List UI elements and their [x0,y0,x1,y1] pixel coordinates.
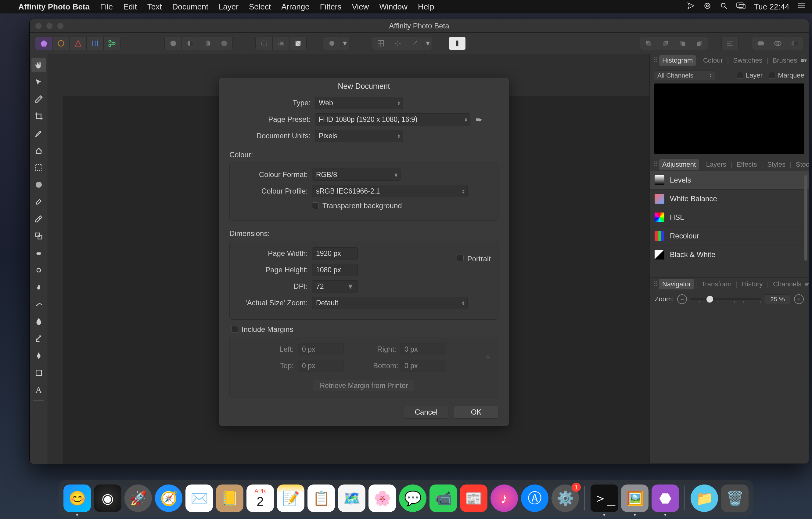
dock-trash[interactable]: 🗑️ [721,485,749,512]
portrait-checkbox[interactable] [457,255,464,261]
dock-contacts[interactable]: 📒 [216,485,243,512]
tab-history[interactable]: History [739,279,766,290]
page-width-input[interactable]: 1920 px [312,247,358,260]
persona-export-icon[interactable] [104,37,120,50]
dock-downloads[interactable]: 📁 [691,485,718,512]
tab-histogram[interactable]: Histogram [659,55,696,66]
dpi-select[interactable]: 72▼ [312,280,358,293]
dock-terminal[interactable]: ＞_ [590,485,618,512]
tab-colour[interactable]: Colour [700,55,726,66]
persona-tone-icon[interactable] [86,37,104,50]
adjustment-white-balance[interactable]: White Balance [650,190,809,208]
dock-launchpad[interactable]: 🚀 [124,485,152,512]
toolbar-contrast-icon[interactable] [181,37,199,50]
menu-window[interactable]: Window [379,2,407,11]
move-tool[interactable] [31,75,46,89]
dock-preview[interactable]: 🖼️ [621,485,648,512]
burn-tool[interactable] [31,280,46,295]
menu-filters[interactable]: Filters [320,2,342,11]
panel-grip-icon[interactable]: ⠿ [653,280,657,288]
menubar-clock[interactable]: Tue 22:44 [754,2,789,11]
close-window-button[interactable] [35,23,42,29]
panel-menu-icon[interactable]: ≡▾ [801,57,807,64]
margin-right-input[interactable]: 0 px [401,343,446,355]
inpainting-tool[interactable] [31,246,46,261]
dock-messages[interactable]: 💬 [399,485,427,512]
persona-liquify-icon[interactable] [52,37,69,50]
toolbar-bool1-icon[interactable] [752,37,769,50]
menu-file[interactable]: File [100,2,113,11]
menu-text[interactable]: Text [147,2,162,11]
toolbar-align-icon[interactable] [721,37,738,50]
menu-document[interactable]: Document [172,2,208,11]
tab-effects[interactable]: Effects [734,159,760,170]
dodge-tool[interactable] [31,263,46,277]
text-tool[interactable]: A [31,383,46,397]
dock-syspref[interactable]: ⚙️1 [551,485,579,512]
spotlight-icon[interactable] [720,2,728,11]
toolbar-arrange2-icon[interactable] [657,37,674,50]
toolbar-snap3-icon[interactable] [406,37,423,50]
cancel-button[interactable]: Cancel [404,406,448,418]
toolbar-quickmask-menu[interactable]: ▾ [340,37,349,50]
paint-brush-tool[interactable] [31,194,46,209]
pen-tool[interactable] [31,348,46,363]
dock-notes[interactable]: 📝 [277,485,304,512]
doc-units-select[interactable]: Pixels▴▾ [315,130,403,142]
toolbar-select1-icon[interactable] [255,37,272,50]
app-menu[interactable]: Affinity Photo Beta [18,2,90,11]
toolbar-bool3-icon[interactable] [786,37,803,50]
colour-format-select[interactable]: RGB/8▴▾ [312,168,401,181]
menu-select[interactable]: Select [249,2,271,11]
hand-tool[interactable] [31,58,46,72]
dock-maps[interactable]: 🗺️ [338,485,366,512]
dock-safari[interactable]: 🧭 [155,485,182,512]
margin-top-input[interactable]: 0 px [298,360,344,372]
layer-checkbox[interactable] [737,72,743,79]
toolbar-assistant-icon[interactable] [449,37,466,50]
margin-left-input[interactable]: 0 px [298,343,344,355]
flood-tool[interactable] [31,143,46,158]
menu-layer[interactable]: Layer [219,2,238,11]
tab-channels[interactable]: Channels [770,279,804,290]
color-picker-tool[interactable] [31,92,46,107]
zoom-in-button[interactable]: + [794,294,804,304]
adjustment-recolour[interactable]: Recolour [650,227,809,245]
tab-styles[interactable]: Styles [764,159,788,170]
tab-adjustment[interactable]: Adjustment [659,159,699,170]
dock-news[interactable]: 📰 [460,485,488,512]
margin-lock-icon[interactable]: ⎘ [485,350,491,365]
toolbar-gradient-icon[interactable] [199,37,216,50]
toolbar-quickmask-icon[interactable] [323,37,340,50]
toolbar-select3-icon[interactable] [289,37,307,50]
panel-grip-icon[interactable]: ⠿ [653,56,657,64]
persona-photo-icon[interactable] [35,37,52,50]
dock-reminders[interactable]: 📋 [308,485,335,512]
panel-menu-icon[interactable]: ≡▾ [805,281,809,288]
adjustment-levels[interactable]: Levels [650,171,809,190]
toolbar-opacity-icon[interactable] [165,37,181,50]
adjustment-scrollbar[interactable] [804,175,807,261]
zoom-value[interactable]: 25 % [765,294,790,304]
gradient-tool[interactable] [31,177,46,192]
tab-brushes[interactable]: Brushes [770,55,801,66]
persona-develop-icon[interactable] [69,37,86,50]
menu-view[interactable]: View [352,2,369,11]
tab-stock[interactable]: Stock [793,159,809,170]
dock-calendar[interactable]: APR2 [246,485,274,512]
zoom-window-button[interactable] [57,23,64,29]
toolbar-snap2-icon[interactable] [389,37,406,50]
zoom-out-button[interactable]: − [677,294,687,304]
page-preset-select[interactable]: FHD 1080p (1920 x 1080, 16:9)▴▾ [315,113,470,126]
actual-zoom-select[interactable]: Default▴▾ [312,297,468,309]
dock-affinity[interactable]: ⬣ [651,485,679,512]
panel-grip-icon[interactable]: ⠿ [653,161,657,168]
sponge-tool[interactable] [31,331,46,346]
dock-appstore[interactable]: Ⓐ [521,485,548,512]
type-select[interactable]: Web▴▾ [315,97,403,109]
menu-edit[interactable]: Edit [123,2,137,11]
smudge-tool[interactable] [31,297,46,312]
toolbar-circle-icon[interactable] [216,37,233,50]
tab-navigator[interactable]: Navigator [659,279,694,290]
dock-music[interactable]: ♪ [491,485,518,512]
